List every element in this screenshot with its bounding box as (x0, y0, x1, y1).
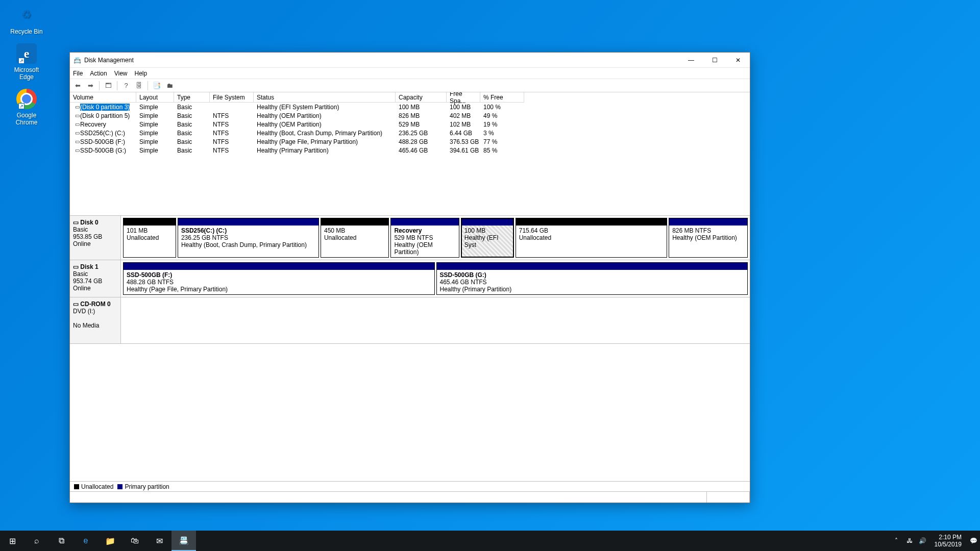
volume-status: Healthy (EFI System Partition) (254, 103, 396, 111)
properties-button[interactable]: 🗄 (133, 80, 144, 91)
partition-color-bar (669, 218, 747, 226)
partition[interactable]: Recovery529 MB NTFSHealthy (OEM Partitio… (390, 218, 459, 258)
menu-help[interactable]: Help (135, 70, 148, 77)
volume-pctfree: 3 % (480, 129, 524, 137)
partition-body: Recovery529 MB NTFSHealthy (OEM Partitio… (391, 226, 458, 257)
volume-type: Basic (174, 111, 210, 120)
partition-body: 715.64 GBUnallocated (516, 226, 667, 257)
partition-size: 100 MB (464, 227, 485, 234)
col-filesystem[interactable]: File System (210, 92, 254, 103)
taskbar-store[interactable]: 🛍 (122, 531, 147, 551)
menu-bar: File Action View Help (70, 68, 750, 79)
tray-volume-icon[interactable]: 🔊 (916, 537, 929, 544)
col-capacity[interactable]: Capacity (396, 92, 447, 103)
volume-row[interactable]: ▭SSD-500GB (G:)SimpleBasicNTFSHealthy (P… (70, 146, 750, 155)
tray-network-icon[interactable]: 🖧 (903, 537, 916, 544)
menu-view[interactable]: View (114, 70, 128, 77)
partition-status: Unallocated (324, 234, 356, 241)
disk-header[interactable]: ▭ Disk 1Basic953.74 GBOnline (70, 260, 121, 297)
partition-body: 826 MB NTFSHealthy (OEM Partition) (669, 226, 747, 257)
back-button[interactable]: ⬅ (72, 80, 83, 91)
action-center-icon[interactable]: 💬 (967, 537, 980, 544)
taskbar-edge[interactable]: e (74, 531, 98, 551)
partition[interactable]: SSD256(C:) (C:)236.25 GB NTFSHealthy (Bo… (178, 218, 319, 258)
volume-capacity: 529 MB (396, 120, 447, 129)
disk-state: Online (73, 240, 91, 247)
volume-row[interactable]: ▭SSD256(C:) (C:)SimpleBasicNTFSHealthy (… (70, 129, 750, 137)
volume-name: (Disk 0 partition 3) (80, 104, 130, 111)
tray-overflow-icon[interactable]: ˄ (890, 537, 903, 544)
desktop-icon-edge[interactable]: e↗ Microsoft Edge (7, 42, 46, 81)
disk-header[interactable]: ▭ Disk 0Basic953.85 GBOnline (70, 216, 121, 260)
graphical-view-button[interactable]: 🖿 (164, 80, 175, 91)
taskbar-explorer[interactable]: 📁 (98, 531, 122, 551)
volume-list-header[interactable]: Volume Layout Type File System Status Ca… (70, 92, 750, 103)
search-button[interactable]: ⌕ (24, 531, 49, 551)
col-volume[interactable]: Volume (70, 92, 136, 103)
volume-fs: NTFS (210, 111, 254, 120)
col-type[interactable]: Type (174, 92, 210, 103)
taskbar-mail[interactable]: ✉ (147, 531, 172, 551)
col-pctfree[interactable]: % Free (480, 92, 524, 103)
volume-row[interactable]: ▭SSD-500GB (F:)SimpleBasicNTFSHealthy (P… (70, 137, 750, 146)
volume-row[interactable]: ▭(Disk 0 partition 3)SimpleBasicHealthy … (70, 103, 750, 111)
col-freespace[interactable]: Free Spa... (447, 92, 480, 103)
volume-name: Recovery (80, 121, 106, 128)
task-view-button[interactable]: ⧉ (49, 531, 74, 551)
volume-layout: Simple (136, 137, 174, 146)
taskbar-disk-management[interactable]: 📇 (172, 531, 196, 551)
window-title: Disk Management (84, 57, 134, 64)
maximize-button[interactable]: ☐ (703, 53, 726, 68)
volume-row[interactable]: ▭(Disk 0 partition 5)SimpleBasicNTFSHeal… (70, 111, 750, 120)
partition-color-bar (461, 218, 513, 226)
volume-name: SSD-500GB (G:) (80, 147, 126, 154)
disk-list-button[interactable]: 📑 (151, 80, 162, 91)
volume-fs: NTFS (210, 120, 254, 129)
menu-action[interactable]: Action (90, 70, 107, 77)
partition[interactable]: 450 MBUnallocated (321, 218, 389, 258)
status-bar (70, 491, 750, 503)
partition[interactable]: SSD-500GB (F:)488.28 GB NTFSHealthy (Pag… (123, 262, 435, 295)
volume-row[interactable]: ▭RecoverySimpleBasicNTFSHealthy (OEM Par… (70, 120, 750, 129)
help-button[interactable]: ? (120, 80, 132, 91)
partition-status: Unallocated (519, 234, 551, 241)
volume-free: 6.44 GB (447, 129, 480, 137)
partition-body: 100 MBHealthy (EFI Syst (461, 226, 513, 257)
col-status[interactable]: Status (254, 92, 396, 103)
volume-layout: Simple (136, 129, 174, 137)
minimize-button[interactable]: — (679, 53, 703, 68)
partition[interactable]: SSD-500GB (G:)465.46 GB NTFSHealthy (Pri… (436, 262, 748, 295)
taskbar-clock[interactable]: 2:10 PM 10/5/2019 (929, 534, 967, 548)
volume-capacity: 100 MB (396, 103, 447, 111)
col-layout[interactable]: Layout (136, 92, 174, 103)
partition[interactable]: 100 MBHealthy (EFI Syst (461, 218, 514, 258)
start-button[interactable]: ⊞ (0, 531, 24, 551)
legend-swatch-primary (117, 484, 122, 489)
refresh-button[interactable]: 🗔 (103, 80, 114, 91)
disk-label: ▭ Disk 1 (73, 263, 99, 270)
disk-management-window: 📇 Disk Management — ☐ ✕ File Action View… (69, 52, 750, 503)
partition[interactable]: 826 MB NTFSHealthy (OEM Partition) (669, 218, 748, 258)
titlebar[interactable]: 📇 Disk Management — ☐ ✕ (70, 53, 750, 68)
clock-time: 2:10 PM (935, 534, 962, 541)
legend-unallocated: Unallocated (81, 483, 113, 490)
disk-header[interactable]: ▭ CD-ROM 0DVD (I:)No Media (70, 297, 121, 343)
menu-file[interactable]: File (73, 70, 83, 77)
volume-list-pane[interactable]: Volume Layout Type File System Status Ca… (70, 92, 750, 216)
close-button[interactable]: ✕ (726, 53, 750, 68)
disk-size: 953.74 GB (73, 278, 102, 285)
volume-free: 100 MB (447, 103, 480, 111)
desktop-icon-chrome[interactable]: ↗ Google Chrome (7, 88, 46, 126)
volume-free: 376.53 GB (447, 137, 480, 146)
system-tray: ˄ 🖧 🔊 2:10 PM 10/5/2019 💬 (890, 534, 980, 548)
volume-type: Basic (174, 120, 210, 129)
partition[interactable]: 101 MBUnallocated (123, 218, 176, 258)
forward-button[interactable]: ➡ (85, 80, 96, 91)
volume-layout: Simple (136, 146, 174, 155)
volume-free: 394.61 GB (447, 146, 480, 155)
partition-body: SSD-500GB (G:)465.46 GB NTFSHealthy (Pri… (437, 270, 748, 294)
disk-graphical-pane[interactable]: ▭ Disk 0Basic953.85 GBOnline101 MBUnallo… (70, 216, 750, 481)
partition[interactable]: 715.64 GBUnallocated (516, 218, 667, 258)
desktop-icon-recycle-bin[interactable]: Recycle Bin (7, 4, 46, 35)
toolbar: ⬅ ➡ 🗔 ? 🗄 📑 🖿 (70, 79, 750, 92)
